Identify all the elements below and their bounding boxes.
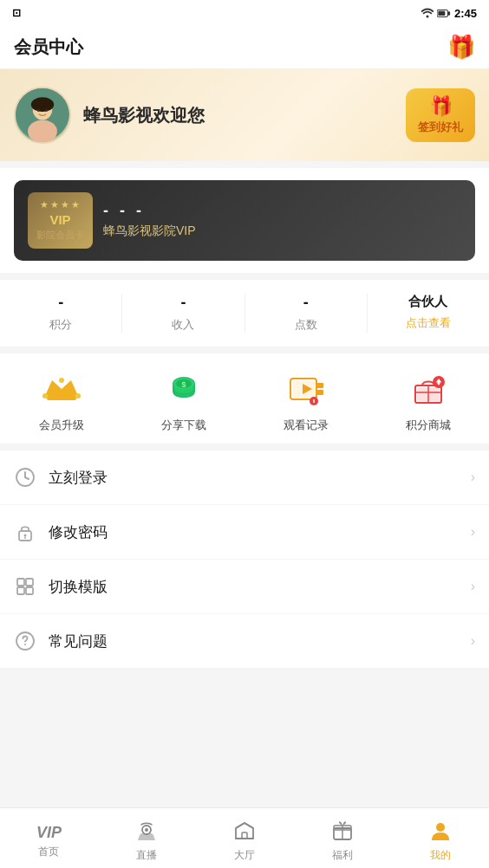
coins-icon: $: [162, 367, 205, 411]
stat-credits[interactable]: - 点数: [245, 294, 368, 333]
menu-password-text: 修改密码: [49, 522, 459, 542]
status-time: 2:45: [454, 7, 477, 20]
svg-point-6: [31, 97, 54, 112]
lock-icon: [14, 521, 36, 543]
vip-card-name: 影院会员卡: [36, 229, 84, 242]
svg-point-13: [59, 378, 64, 383]
gift-icon[interactable]: 🎁: [447, 34, 475, 61]
question-icon: [14, 630, 36, 652]
stat-partner[interactable]: 合伙人 点击查看: [368, 294, 489, 333]
action-share-label: 分享下载: [161, 418, 206, 433]
stat-income[interactable]: - 收入: [122, 294, 244, 333]
hall-nav-icon: [234, 821, 255, 845]
grid-icon: [14, 575, 36, 598]
nav-home-label: 首页: [38, 845, 59, 859]
vip-info: - - - 蜂鸟影视影院VIP: [103, 202, 461, 239]
nav-item-home[interactable]: VIP 首页: [0, 817, 98, 859]
sign-in-button[interactable]: 🎁 签到好礼: [406, 88, 475, 142]
action-shop[interactable]: 积分商城: [367, 367, 489, 433]
status-icons: [421, 8, 451, 18]
svg-point-53: [436, 823, 445, 832]
menu-template-text: 切换模版: [49, 577, 459, 597]
action-upgrade-label: 会员升级: [39, 418, 84, 433]
nav-welfare-label: 福利: [332, 848, 353, 863]
svg-point-8: [37, 109, 40, 112]
stat-partner-value: 合伙人: [408, 294, 447, 310]
svg-rect-41: [17, 579, 24, 586]
svg-rect-2: [438, 11, 445, 16]
svg-rect-43: [17, 587, 24, 594]
stat-credits-label: 点数: [295, 317, 317, 333]
vip-name: 蜂鸟影视影院VIP: [103, 223, 461, 239]
svg-point-7: [28, 120, 57, 142]
vip-stars: ★★★★: [40, 199, 82, 211]
profile-greeting: 蜂鸟影视欢迎您: [83, 104, 205, 127]
menu-faq-text: 常见问题: [49, 632, 459, 651]
stat-points-label: 积分: [49, 317, 72, 333]
svg-point-12: [42, 393, 48, 398]
shop-icon: [407, 367, 450, 411]
action-share[interactable]: $ 分享下载: [122, 367, 244, 433]
nav-live-label: 直播: [136, 848, 157, 863]
action-shop-label: 积分商城: [406, 418, 451, 433]
stat-points-value: -: [58, 294, 63, 312]
menu-item-login[interactable]: 立刻登录 ›: [0, 450, 489, 505]
menu-password-arrow: ›: [471, 524, 475, 540]
nav-item-mine[interactable]: 我的: [391, 814, 489, 863]
action-upgrade[interactable]: 会员升级: [0, 367, 122, 433]
vip-section: ★★★★ VIP 影院会员卡 - - - 蜂鸟影视影院VIP: [0, 168, 489, 273]
svg-point-14: [75, 393, 81, 398]
clock-icon: [14, 466, 36, 489]
menu-item-faq[interactable]: 常见问题 ›: [0, 614, 489, 668]
crown-icon: [40, 367, 83, 411]
profile-banner: 蜂鸟影视欢迎您 🎁 签到好礼: [0, 69, 489, 161]
stat-points[interactable]: - 积分: [0, 294, 122, 333]
nav-item-live[interactable]: 直播: [98, 814, 196, 863]
live-nav-icon: [136, 821, 157, 845]
stat-income-label: 收入: [172, 317, 194, 333]
svg-text:$: $: [181, 380, 186, 389]
svg-rect-3: [448, 11, 450, 15]
vip-nav-icon: VIP: [36, 824, 62, 842]
nav-item-hall[interactable]: 大厅: [196, 814, 294, 863]
svg-rect-24: [316, 390, 323, 395]
menu-item-password[interactable]: 修改密码 ›: [0, 505, 489, 560]
mine-nav-icon: [430, 821, 451, 845]
vip-badge: VIP: [49, 212, 70, 227]
nav-item-welfare[interactable]: 福利: [293, 814, 391, 863]
svg-point-48: [145, 828, 148, 832]
avatar: [14, 87, 71, 144]
menu-faq-arrow: ›: [471, 633, 475, 649]
svg-rect-23: [316, 383, 323, 388]
svg-point-0: [426, 16, 428, 18]
menu-template-arrow: ›: [471, 579, 475, 594]
menu-section: 立刻登录 › 修改密码 ›: [0, 450, 489, 668]
svg-line-37: [25, 477, 29, 479]
action-history-label: 观看记录: [284, 418, 329, 433]
stat-partner-label: 点击查看: [406, 315, 451, 331]
svg-point-9: [45, 109, 48, 112]
stat-income-value: -: [180, 294, 186, 312]
menu-item-template[interactable]: 切换模版 ›: [0, 560, 489, 614]
svg-rect-44: [26, 587, 33, 594]
page-title: 会员中心: [14, 36, 83, 59]
status-bar: ⊡ 2:45: [0, 0, 489, 26]
nav-hall-label: 大厅: [234, 848, 255, 863]
svg-rect-49: [242, 832, 247, 839]
action-history[interactable]: 观看记录: [244, 367, 367, 433]
menu-login-arrow: ›: [471, 470, 475, 485]
app-header: 会员中心 🎁: [0, 26, 489, 69]
menu-login-text: 立刻登录: [49, 468, 459, 488]
svg-rect-42: [26, 579, 33, 586]
video-icon: [284, 367, 328, 411]
vip-card[interactable]: ★★★★ VIP 影院会员卡 - - - 蜂鸟影视影院VIP: [14, 180, 475, 261]
svg-rect-11: [47, 396, 76, 400]
quick-actions: 会员升级 $ 分享下载: [0, 353, 489, 444]
status-app-indicator: ⊡: [12, 7, 21, 19]
sign-in-label: 签到好礼: [418, 120, 463, 135]
bottom-nav: VIP 首页 直播 大厅: [0, 807, 489, 868]
welfare-nav-icon: [332, 821, 353, 845]
svg-point-39: [24, 534, 27, 537]
vip-card-icon: ★★★★ VIP 影院会员卡: [28, 192, 93, 249]
svg-point-46: [24, 644, 26, 645]
